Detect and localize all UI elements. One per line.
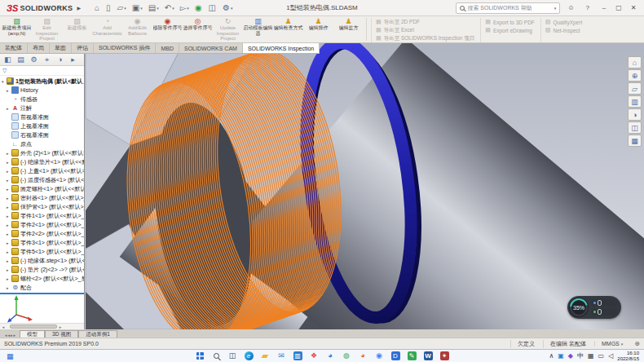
configurationmanager-tab[interactable]: ⚙	[28, 55, 40, 65]
tree-item[interactable]: ▸ 零件2<1> (默认<<默认>_显示状态	[0, 220, 84, 229]
tree-item[interactable]: ▸ (-) 绝缘体.step<1> (默认<<默认>	[0, 256, 84, 265]
ribbon-button[interactable]: ↻ Update Inspection Project	[213, 16, 243, 42]
solidworks-taskbar-icon[interactable]: ✦	[439, 351, 450, 362]
tray-chevron-icon[interactable]: ∧	[549, 352, 554, 360]
tree-item[interactable]: ▸ (-) 温度传感器<1> (默认<<默认>_	[0, 175, 84, 184]
tree-item[interactable]: ▸ (-) 上盖<1> (默认<<默认>_显示状	[0, 166, 84, 175]
ribbon-button[interactable]: ▧ 新建检查项目 (amp;N)	[2, 16, 32, 42]
tree-item[interactable]: ▸ 零件3<1> (默认<<默认>_显示状态	[0, 238, 84, 247]
help-icon[interactable]: ?	[582, 4, 593, 11]
firefox-icon[interactable]: ◕	[357, 351, 368, 362]
ribbon-tab[interactable]: SOLIDWORKS Inspection	[243, 43, 320, 53]
task-pane-home-icon[interactable]: ⌂	[628, 56, 642, 68]
minimize-button[interactable]: –	[597, 4, 611, 11]
ribbon-tab[interactable]: 装配体	[0, 43, 28, 53]
login-user-icon[interactable]: ☺	[563, 4, 578, 11]
chrome-icon[interactable]: ◉	[373, 351, 385, 362]
scrollbar-thumb[interactable]	[10, 324, 57, 329]
search-button[interactable]: ·	[210, 351, 222, 362]
viewport-3d[interactable]	[0, 43, 644, 329]
menu-flyout-arrow-icon[interactable]: ▶	[77, 5, 81, 11]
photos-icon[interactable]: ❖	[308, 351, 320, 362]
featuremanager-tab[interactable]: ◧	[2, 55, 14, 65]
taskbar-clock[interactable]: 16:10 2022/8/15	[617, 351, 639, 362]
monitor-icon[interactable]: ▭	[598, 352, 605, 360]
inspection-tool-item[interactable]: ▧QualityXpert	[545, 18, 582, 26]
ribbon-tab[interactable]: MBD	[156, 43, 179, 53]
tree-item[interactable]: ▸ 固定螺栓<1> (默认<<默认>_显示	[0, 184, 84, 193]
tree-item[interactable]: 前视基准面	[0, 113, 84, 121]
security-icon[interactable]: ◆	[568, 352, 573, 360]
volume-icon[interactable]: ◁	[608, 352, 613, 360]
options-gear-icon[interactable]: ⚙▾	[220, 2, 235, 13]
tree-item[interactable]: ◔ 传感器	[0, 95, 84, 104]
start-button[interactable]: ·	[194, 351, 205, 362]
filter-funnel-icon[interactable]: ▽	[2, 68, 7, 74]
close-button[interactable]: ✕	[626, 4, 641, 11]
ribbon-button[interactable]: ♟ 编辑检查方式	[273, 16, 303, 42]
globe-icon[interactable]: ⊕	[629, 340, 640, 347]
help-search-input[interactable]: 搜索 SOLIDWORKS 帮助 ▾	[456, 2, 560, 14]
tree-item[interactable]: ▸ 外壳 (2)<1> (默认<<默认>_显示状	[0, 148, 84, 157]
file-explorer-pane-icon[interactable]: ▥	[628, 95, 642, 108]
design-library-icon[interactable]: ▱	[628, 82, 642, 95]
display-settings-icon[interactable]: ◫	[206, 2, 219, 13]
new-document-icon[interactable]: ▯	[104, 2, 114, 13]
panel-horizontal-scrollbar[interactable]: ◂ ▸	[0, 323, 84, 329]
print-icon[interactable]: ▤▾	[146, 2, 161, 13]
appearances-icon[interactable]: ◑	[628, 108, 642, 121]
hud-mouse-button-bottom[interactable]	[591, 308, 617, 316]
rebuild-icon[interactable]: ◉	[192, 2, 205, 13]
view-palette-icon[interactable]: ◫	[628, 121, 642, 134]
ribbon-button[interactable]: ◉ Add/Edit Balloons	[122, 16, 152, 42]
notes-app-icon[interactable]: ✎	[406, 351, 417, 362]
select-icon[interactable]: ▻▾	[178, 2, 192, 13]
scroll-right-icon[interactable]: ▸	[57, 324, 64, 329]
propertymanager-tab[interactable]: ▤	[15, 55, 27, 65]
tree-item[interactable]: ▸ A 注解	[0, 104, 84, 113]
edge-icon[interactable]: e	[243, 351, 254, 362]
tree-item[interactable]: ▸ 零件2<2> (默认<<默认>_显示状态	[0, 229, 84, 238]
status-item[interactable]: 在编辑 装配体	[543, 340, 594, 348]
3d-contentcentral-icon[interactable]: ⊕	[628, 69, 642, 82]
model-tab[interactable]: 运动算例1	[78, 330, 117, 338]
hud-mouse-button-top[interactable]	[591, 299, 617, 307]
search-caret-icon[interactable]: ▾	[554, 6, 557, 11]
model-tab[interactable]: 模型	[20, 330, 45, 338]
displaymanager-tab[interactable]: ◑	[54, 55, 66, 65]
ribbon-button[interactable]: ♟ 编辑监方	[333, 16, 364, 42]
tree-item[interactable]: ∟ 原点	[0, 139, 84, 148]
onedrive-icon[interactable]: ▣	[558, 352, 564, 360]
panel-tab-overflow[interactable]: ▸	[67, 55, 79, 65]
undo-icon[interactable]: ↶▾	[162, 2, 177, 13]
home-icon[interactable]: ⌂	[92, 2, 103, 13]
model-tab[interactable]: 3D 视图	[45, 330, 78, 338]
scroll-left-icon[interactable]: ◂	[0, 324, 7, 329]
tree-filter-row[interactable]: ▽	[0, 66, 84, 76]
ribbon-button[interactable]: ▥ 启动模板编辑器	[243, 16, 273, 42]
tree-item[interactable]: ▸ (-) 垫片 (2)<2> ->? (默认<<默认	[0, 265, 84, 274]
open-icon[interactable]: ▱▾	[115, 2, 129, 13]
export-menu-item[interactable]: ▤导出至 2D PDF	[376, 18, 474, 26]
word-app-icon[interactable]: W	[422, 351, 434, 362]
ribbon-button[interactable]: ◔ Add Characteristic	[92, 16, 122, 42]
ime-chinese-indicator[interactable]: 中	[577, 351, 584, 360]
mail-icon[interactable]: ✉	[276, 351, 287, 362]
dictionary-app-icon[interactable]: D	[390, 351, 401, 362]
tab-scroll-arrows[interactable]: ◂◂▸▸	[2, 333, 20, 338]
export-menu-item[interactable]: ▤Export eDrawing	[485, 26, 535, 34]
tree-item[interactable]: 上视基准面	[0, 121, 84, 130]
tree-item[interactable]: ▸ 零件1<1> (默认<<默认>_显示状态	[0, 211, 84, 220]
widgets-icon[interactable]: ▦	[7, 352, 14, 360]
tree-item[interactable]: ▸ 密封器<1> (默认<<默认>_显示状	[0, 193, 84, 202]
task-view-button[interactable]: ◫	[227, 351, 238, 362]
save-icon[interactable]: ▣▾	[130, 2, 145, 13]
custom-properties-icon[interactable]: ▦	[628, 135, 642, 147]
inspection-tool-item[interactable]: ▧Net-Inspect	[545, 26, 582, 34]
ribbon-tab[interactable]: SOLIDWORKS CAM	[179, 43, 243, 53]
app-green-icon[interactable]: ◍	[341, 351, 352, 362]
ribbon-tab[interactable]: 评估	[72, 43, 94, 53]
tree-root-item[interactable]: ▾ 1型铠装热电偶 (默认<默认_显示状态-1	[0, 77, 84, 86]
ribbon-button[interactable]: ▧ Edit Inspection Project	[32, 16, 62, 42]
tree-item[interactable]: ▸ 保护管<1> (默认<<默认>_显示状	[0, 202, 84, 211]
